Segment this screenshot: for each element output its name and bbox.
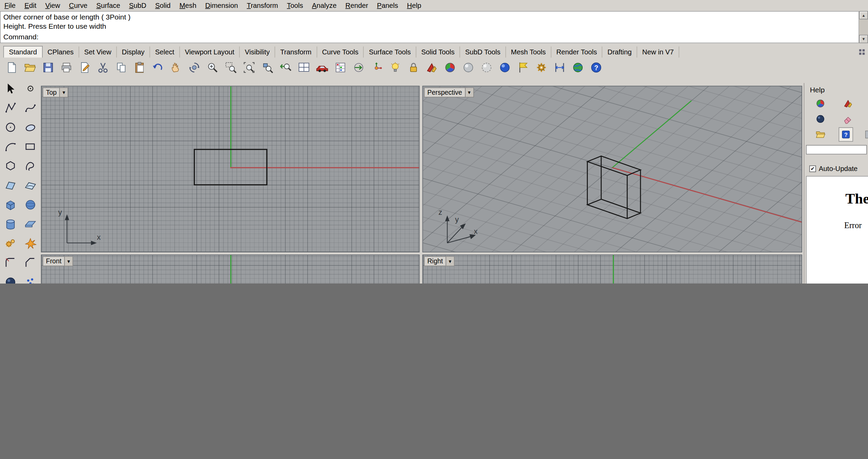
menu-item-subd[interactable]: SubD — [125, 1, 151, 11]
tab-mesh-tools[interactable]: Mesh Tools — [506, 47, 552, 57]
help-button[interactable]: ? — [588, 59, 605, 76]
viewport-front[interactable]: Front ▼ z x — [41, 254, 420, 284]
box-tool-button[interactable] — [3, 197, 18, 212]
layer-button[interactable] — [424, 59, 440, 76]
zoom-extents-button[interactable] — [241, 59, 258, 76]
scroll-up-icon[interactable]: ▲ — [859, 11, 868, 19]
boolean-tool-button[interactable] — [3, 275, 18, 284]
viewport-menu-arrow-icon[interactable]: ▼ — [465, 88, 473, 97]
tab-standard[interactable]: Standard — [3, 46, 42, 57]
panel-tab-layers[interactable] — [841, 96, 855, 111]
tab-cplanes[interactable]: CPlanes — [42, 47, 79, 57]
undo-button[interactable] — [150, 59, 166, 76]
tab-set-view[interactable]: Set View — [79, 47, 117, 57]
extrude-tool-button[interactable] — [23, 217, 38, 231]
viewport-menu-arrow-icon[interactable]: ▼ — [60, 88, 68, 97]
open-file-button[interactable] — [22, 59, 38, 76]
print-button[interactable] — [58, 59, 75, 76]
paste-button[interactable] — [131, 59, 148, 76]
tab-render-tools[interactable]: Render Tools — [551, 47, 603, 57]
viewport-menu-arrow-icon[interactable]: ▼ — [446, 257, 454, 266]
viewport-label-top[interactable]: Top ▼ — [43, 88, 68, 97]
tab-solid-tools[interactable]: Solid Tools — [416, 47, 460, 57]
tab-transform[interactable]: Transform — [275, 47, 317, 57]
tab-visibility[interactable]: Visibility — [240, 47, 275, 57]
earth-button[interactable] — [570, 59, 586, 76]
pan-button[interactable] — [168, 59, 184, 76]
ghosted-view-button[interactable] — [478, 59, 495, 76]
tab-display[interactable]: Display — [117, 47, 150, 57]
panel-tab-display[interactable] — [813, 96, 828, 111]
tab-select[interactable]: Select — [150, 47, 180, 57]
export-button[interactable] — [76, 59, 93, 76]
tab-curve-tools[interactable]: Curve Tools — [317, 47, 364, 57]
command-prompt[interactable]: Command: — [3, 31, 856, 43]
tab-surface-tools[interactable]: Surface Tools — [364, 47, 416, 57]
menu-item-file[interactable]: File — [0, 1, 20, 11]
save-button[interactable] — [40, 59, 56, 76]
sphere-tool-button[interactable] — [23, 197, 38, 212]
menu-item-dimension[interactable]: Dimension — [201, 1, 242, 11]
gumball-button[interactable] — [369, 59, 386, 76]
help-search-input[interactable] — [806, 145, 867, 155]
tab-subd-tools[interactable]: SubD Tools — [460, 47, 506, 57]
zoom-window-button[interactable] — [222, 59, 239, 76]
shaded-view-button[interactable] — [460, 59, 477, 76]
box-wireframe[interactable] — [587, 156, 640, 219]
tab-drafting[interactable]: Drafting — [603, 47, 637, 57]
render-flag-button[interactable] — [515, 59, 532, 76]
polygon-tool-button[interactable] — [3, 159, 18, 173]
menu-item-transform[interactable]: Transform — [242, 1, 282, 11]
object-properties-button[interactable] — [332, 59, 349, 76]
surface-loft-button[interactable] — [23, 178, 38, 192]
menu-item-edit[interactable]: Edit — [20, 1, 41, 11]
lock-button[interactable] — [405, 59, 422, 76]
cylinder-tool-button[interactable] — [3, 217, 18, 231]
cut-button[interactable] — [95, 59, 112, 76]
menu-item-analyze[interactable]: Analyze — [308, 1, 341, 11]
viewport-layout-button[interactable] — [296, 59, 312, 76]
lights-button[interactable] — [387, 59, 404, 76]
tab-new-in-v7[interactable]: New in V7 — [637, 47, 679, 57]
panel-tab-more[interactable] — [862, 127, 868, 142]
curve-tool-button[interactable] — [23, 101, 38, 115]
viewport-label-right[interactable]: Right ▼ — [424, 256, 454, 266]
menu-item-render[interactable]: Render — [341, 1, 373, 11]
zoom-previous-button[interactable] — [277, 59, 294, 76]
viewport-label-perspective[interactable]: Perspective ▼ — [424, 88, 474, 97]
panel-tab-materials[interactable] — [841, 112, 855, 126]
rectangle-tool-button[interactable] — [23, 139, 38, 154]
viewport-menu-arrow-icon[interactable]: ▼ — [64, 257, 73, 266]
gears-tool-button[interactable] — [3, 236, 18, 250]
panel-tab-libraries[interactable] — [813, 127, 828, 142]
panel-tab-properties[interactable] — [813, 112, 828, 126]
chamfer-tool-button[interactable] — [23, 255, 38, 270]
ellipse-tool-button[interactable] — [23, 120, 38, 134]
menu-item-curve[interactable]: Curve — [65, 1, 92, 11]
measure-button[interactable] — [552, 59, 568, 76]
menu-item-panels[interactable]: Panels — [373, 1, 403, 11]
copy-button[interactable] — [113, 59, 130, 76]
new-file-button[interactable] — [3, 59, 20, 76]
scroll-down-icon[interactable]: ▼ — [859, 35, 868, 43]
spark-tool-button[interactable] — [23, 236, 38, 250]
surface-corner-button[interactable] — [3, 178, 18, 192]
auto-update-checkbox[interactable]: ✔ — [809, 166, 816, 172]
freeform-curve-button[interactable] — [23, 159, 38, 173]
viewport-top[interactable]: Top ▼ y x — [41, 86, 420, 252]
menu-item-tools[interactable]: Tools — [283, 1, 308, 11]
arc-tool-button[interactable] — [3, 139, 18, 154]
tab-viewport-layout[interactable]: Viewport Layout — [180, 47, 240, 57]
zoom-dynamic-button[interactable] — [204, 59, 221, 76]
tabbar-options-button[interactable] — [857, 48, 866, 56]
zoom-selected-button[interactable] — [259, 59, 276, 76]
select-tool-button[interactable] — [3, 81, 18, 95]
box-outline-top-view[interactable] — [194, 149, 267, 185]
polyline-tool-button[interactable] — [3, 101, 18, 115]
auto-update-row[interactable]: ✔ Auto-Update — [809, 165, 858, 173]
viewport-perspective[interactable]: Perspective ▼ z y x — [423, 86, 802, 252]
command-scrollbar[interactable]: ▲ ▼ — [859, 11, 868, 43]
point-cloud-button[interactable] — [23, 275, 38, 284]
color-wheel-button[interactable] — [442, 59, 458, 76]
circle-tool-button[interactable] — [3, 120, 18, 134]
